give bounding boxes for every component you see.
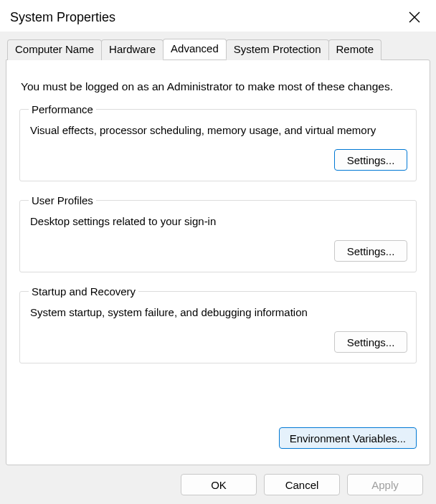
performance-legend: Performance [29, 103, 96, 115]
startup-recovery-group: Startup and Recovery System startup, sys… [19, 285, 417, 363]
user-profiles-desc: Desktop settings related to your sign-in [30, 215, 407, 227]
user-profiles-settings-button[interactable]: Settings... [334, 240, 407, 262]
tab-hardware[interactable]: Hardware [101, 39, 164, 60]
cancel-button[interactable]: Cancel [264, 474, 340, 495]
tab-remote[interactable]: Remote [328, 39, 382, 60]
admin-note: You must be logged on as an Administrato… [21, 80, 415, 93]
performance-group: Performance Visual effects, processor sc… [19, 103, 417, 181]
startup-recovery-settings-button[interactable]: Settings... [334, 331, 407, 353]
apply-button[interactable]: Apply [347, 474, 423, 495]
ok-button[interactable]: OK [181, 474, 257, 495]
startup-recovery-desc: System startup, system failure, and debu… [30, 306, 407, 318]
close-button[interactable] [399, 4, 430, 30]
system-properties-window: System Properties Computer Name Hardware… [0, 0, 436, 504]
performance-settings-button[interactable]: Settings... [334, 149, 407, 171]
dialog-body: Computer Name Hardware Advanced System P… [0, 32, 436, 504]
tab-advanced[interactable]: Advanced [163, 39, 227, 60]
environment-variables-button[interactable]: Environment Variables... [279, 427, 417, 449]
performance-desc: Visual effects, processor scheduling, me… [30, 124, 407, 136]
startup-recovery-legend: Startup and Recovery [29, 285, 138, 298]
tab-computer-name[interactable]: Computer Name [7, 39, 102, 60]
close-icon [409, 11, 420, 23]
user-profiles-legend: User Profiles [29, 194, 96, 206]
tab-page-advanced: You must be logged on as an Administrato… [6, 60, 430, 465]
tab-strip: Computer Name Hardware Advanced System P… [7, 39, 430, 60]
tab-system-protection[interactable]: System Protection [226, 39, 329, 60]
dialog-button-row: OK Cancel Apply [6, 465, 430, 498]
user-profiles-group: User Profiles Desktop settings related t… [19, 194, 417, 272]
window-title: System Properties [10, 10, 115, 25]
titlebar: System Properties [0, 0, 436, 32]
